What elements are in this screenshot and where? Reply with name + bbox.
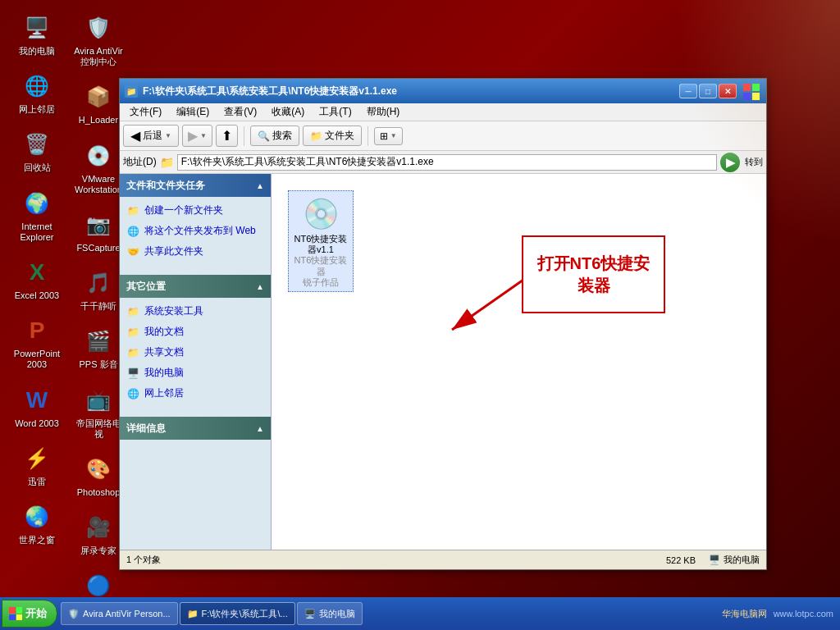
file-name-line2: NT6快捷安装器: [292, 255, 349, 276]
sys-install-tools-link[interactable]: 📁 系统安装工具: [126, 304, 264, 318]
desktop-icon-xunlei[interactable]: ⚡ 迅雷: [8, 439, 66, 491]
left-panel: 文件和文件夹任务 ▲ 📁 创建一个新文件夹 🌐 将这个文件夹发布到 Web: [120, 174, 272, 550]
photoshop-icon: 🎨: [82, 453, 115, 486]
forward-icon: ▶: [188, 128, 198, 144]
start-button[interactable]: 开始: [2, 600, 57, 628]
toolbar: ◀ 后退 ▼ ▶ ▼ ⬆ 🔍 搜索 📁 文件夹: [120, 121, 766, 151]
file-area[interactable]: 💿 NT6快捷安装器v1.1 NT6快捷安装器 锐子作品: [272, 174, 766, 550]
close-button[interactable]: ✕: [719, 84, 737, 98]
menu-tools[interactable]: 工具(T): [313, 103, 358, 121]
desktop-icon-my-computer[interactable]: 🖥️ 我的电脑: [8, 8, 66, 60]
network-link[interactable]: 🌐 网上邻居: [126, 386, 264, 400]
desktop-icon-recycle-bin[interactable]: 🗑️ 回收站: [8, 125, 66, 176]
go-arrow-icon[interactable]: ▶: [720, 153, 740, 172]
forward-button[interactable]: ▶ ▼: [182, 125, 212, 147]
shared-docs-link[interactable]: 📁 共享文档: [126, 345, 264, 359]
other-places-header[interactable]: 其它位置 ▲: [120, 275, 271, 298]
create-folder-icon: 📁: [126, 204, 139, 217]
other-places-header-text: 其它位置: [126, 280, 166, 294]
desktop-icon-network[interactable]: 🌐 网上邻居: [8, 66, 66, 118]
my-computer-link[interactable]: 🖥️ 我的电脑: [126, 366, 264, 380]
explorer-window: 📁 F:\软件夹\系统工具\系统安装工具\NT6快捷安装器v1.1.exe ─ …: [119, 78, 767, 570]
windows-logo-area: [740, 80, 763, 103]
taskbar-item-avira[interactable]: 🛡️ Avira AntiVir Person...: [61, 602, 178, 625]
taskbar-item-explorer-label: F:\软件夹\系统工具\...: [202, 608, 288, 620]
details-content: [120, 440, 271, 505]
taskbar-item-mycomputer-label: 我的电脑: [319, 608, 355, 620]
annotation-text: 打开NT6快捷安装器: [530, 253, 657, 297]
desktop-icon-excel[interactable]: X Excel 2003: [8, 253, 66, 304]
annotation-box: 打开NT6快捷安装器: [522, 235, 665, 313]
view-grid-icon: ⊞: [380, 130, 388, 142]
forward-dropdown-icon: ▼: [200, 132, 207, 139]
hloader-icon: 📦: [82, 80, 115, 113]
search-button[interactable]: 🔍 搜索: [250, 126, 299, 146]
menu-edit[interactable]: 编辑(E): [170, 103, 216, 121]
my-computer-icon: 🖥️: [21, 11, 53, 44]
taskbar-item-mycomputer[interactable]: 🖥️ 我的电脑: [297, 602, 363, 625]
status-bar: 1 个对象 522 KB 🖥️ 我的电脑: [120, 550, 766, 569]
screenexpert-label: 屏录专家: [80, 546, 116, 556]
window-controls: ─ □ ✕: [679, 84, 737, 98]
desktop-icon-avira[interactable]: 🛡️ Avira AntiVir 控制中心: [70, 8, 127, 71]
back-button[interactable]: ◀ 后退 ▼: [123, 125, 179, 147]
word-icon: W: [21, 384, 53, 417]
screenexpert-icon: 🎥: [82, 511, 115, 544]
create-folder-link[interactable]: 📁 创建一个新文件夹: [126, 203, 264, 217]
menu-file[interactable]: 文件(F): [123, 103, 168, 121]
status-size: 522 KB: [666, 555, 696, 565]
desktop-icon-ie[interactable]: 🌍 Internet Explorer: [8, 184, 66, 246]
folders-button[interactable]: 📁 文件夹: [303, 126, 362, 146]
taskbar-item-mycomputer-icon: 🖥️: [304, 609, 316, 619]
maximize-button[interactable]: □: [699, 84, 717, 98]
desktop-icon-world-window[interactable]: 🌏 世界之窗: [8, 497, 66, 549]
share-folder-link[interactable]: 🤝 共享此文件夹: [126, 244, 264, 258]
address-input[interactable]: [177, 154, 717, 171]
share-folder-text: 共享此文件夹: [144, 244, 203, 258]
create-folder-text: 创建一个新文件夹: [144, 203, 223, 217]
file-tasks-header[interactable]: 文件和文件夹任务 ▲: [120, 174, 271, 197]
empiretv-icon: 📺: [82, 384, 115, 417]
pps-label: PPS 影音: [79, 359, 117, 370]
taskbar: 开始 🛡️ Avira AntiVir Person... 📁 F:\软件夹\系…: [0, 597, 840, 630]
share-folder-icon: 🤝: [126, 245, 139, 258]
taskbar-item-explorer-icon: 📁: [187, 609, 199, 619]
xunlei-icon: ⚡: [21, 442, 53, 475]
publish-web-text: 将这个文件夹发布到 Web: [144, 224, 256, 238]
desktop: 🖥️ 我的电脑 🌐 网上邻居 🗑️ 回收站 🌍 Internet Explore…: [0, 0, 840, 630]
file-item-nt6[interactable]: 💿 NT6快捷安装器v1.1 NT6快捷安装器 锐子作品: [288, 190, 354, 292]
shared-docs-text: 共享文档: [144, 345, 184, 359]
recycle-bin-icon: 🗑️: [21, 128, 53, 161]
details-header[interactable]: 详细信息 ▲: [120, 417, 271, 440]
menu-favorites[interactable]: 收藏(A): [265, 103, 311, 121]
menu-view[interactable]: 查看(V): [217, 103, 263, 121]
taskbar-item-avira-label: Avira AntiVir Person...: [83, 609, 171, 619]
address-label: 地址(D): [123, 155, 157, 169]
taskbar-item-explorer[interactable]: 📁 F:\软件夹\系统工具\...: [180, 602, 295, 625]
status-disk-area: 🖥️ 我的电脑: [709, 554, 760, 566]
menu-help[interactable]: 帮助(H): [360, 103, 407, 121]
sys-install-icon: 📁: [126, 305, 139, 318]
other-places-section: 其它位置 ▲ 📁 系统安装工具 📁 我的文档 📁: [120, 275, 271, 413]
taskbar-right-text: 华海电脑网: [722, 608, 767, 620]
file-tasks-header-text: 文件和文件夹任务: [126, 179, 205, 193]
desktop-icon-word[interactable]: W Word 2003: [8, 381, 66, 432]
window-icon: 📁: [125, 84, 138, 98]
qianqian-label: 千千静听: [80, 301, 116, 312]
up-button[interactable]: ⬆: [216, 125, 238, 147]
word-label: Word 2003: [15, 418, 59, 429]
details-header-text: 详细信息: [126, 422, 166, 436]
disk-icon: 🖥️: [709, 555, 720, 565]
shared-docs-icon: 📁: [126, 346, 139, 359]
publish-web-link[interactable]: 🌐 将这个文件夹发布到 Web: [126, 224, 264, 238]
my-computer-link-text: 我的电脑: [144, 366, 184, 380]
avira-label: Avira AntiVir 控制中心: [73, 46, 124, 67]
view-button[interactable]: ⊞ ▼: [374, 127, 403, 145]
my-docs-link[interactable]: 📁 我的文档: [126, 325, 264, 339]
minimize-button[interactable]: ─: [679, 84, 697, 98]
fscapture-label: FSCapture: [76, 243, 120, 253]
world-window-icon: 🌏: [21, 500, 53, 533]
desktop-icon-powerpoint[interactable]: P PowerPoint 2003: [8, 311, 66, 373]
network-icon: 🌐: [21, 70, 53, 103]
taskbar-website: www.lotpc.com: [774, 609, 833, 619]
